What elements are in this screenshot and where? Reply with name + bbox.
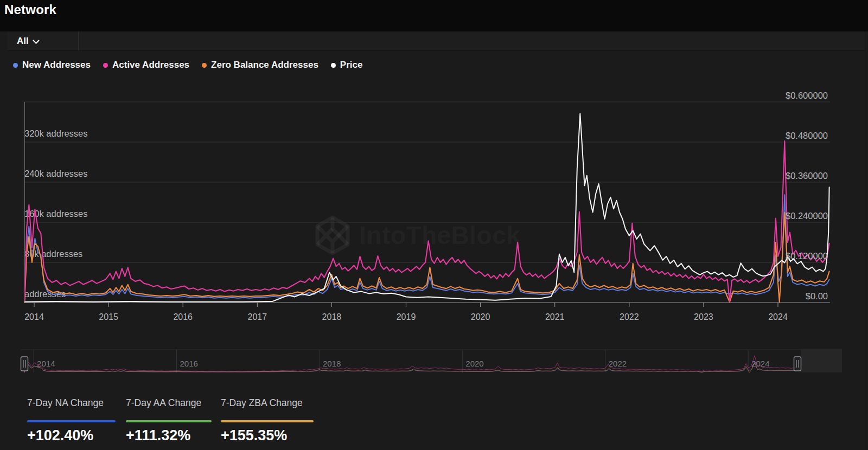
y-axis-right-tick-label: $0.00 xyxy=(806,291,828,301)
stat-card-zba-change: 7-Day ZBA Change +155.35% xyxy=(221,397,314,443)
legend-label: New Addresses xyxy=(22,60,91,70)
stat-accent-bar xyxy=(221,420,314,422)
series-dot-icon xyxy=(13,63,18,68)
y-axis-right-tick-label: $0.240000 xyxy=(786,211,828,221)
stat-card-na-change: 7-Day NA Change +102.40% xyxy=(27,397,116,443)
series-line-zero-balance-addresses xyxy=(24,213,829,303)
stat-value: +111.32% xyxy=(126,427,212,443)
y-axis-right-tick-label: $0.600000 xyxy=(786,91,828,101)
series-line-active-addresses xyxy=(24,141,829,301)
legend-label: Price xyxy=(340,60,363,70)
series-dot-icon xyxy=(103,63,108,68)
legend: New Addresses Active Addresses Zero Bala… xyxy=(13,56,362,74)
page-header: Network xyxy=(0,0,868,31)
stat-label: 7-Day NA Change xyxy=(27,397,116,409)
nav-right-handle[interactable] xyxy=(794,357,801,371)
legend-item-active-addresses[interactable]: Active Addresses xyxy=(103,60,189,70)
stat-label: 7-Day AA Change xyxy=(126,397,212,409)
range-selector-dropdown[interactable]: All xyxy=(7,31,79,50)
legend-label: Active Addresses xyxy=(112,60,189,70)
legend-item-new-addresses[interactable]: New Addresses xyxy=(13,60,91,70)
nav-left-handle[interactable] xyxy=(21,357,28,371)
network-dashboard: Network All New Addresses Active Address… xyxy=(0,0,868,450)
stat-accent-bar xyxy=(126,420,212,422)
page-title: Network xyxy=(0,0,868,18)
range-selector-label: All xyxy=(17,36,29,47)
series-dot-icon xyxy=(202,63,207,68)
series-dot-icon xyxy=(331,63,336,68)
stat-accent-bar xyxy=(27,420,116,422)
stat-label: 7-Day ZBA Change xyxy=(221,397,314,409)
legend-item-price[interactable]: Price xyxy=(331,60,363,70)
legend-item-zero-balance-addresses[interactable]: Zero Balance Addresses xyxy=(202,60,318,70)
stat-value: +102.40% xyxy=(27,427,116,443)
stat-value: +155.35% xyxy=(221,427,314,443)
y-axis-right-tick-label: $0.360000 xyxy=(786,171,828,181)
legend-label: Zero Balance Addresses xyxy=(211,60,318,70)
chevron-down-icon xyxy=(33,40,40,44)
y-axis-right-tick-label: $0.120000 xyxy=(786,251,828,261)
toolbar: All xyxy=(7,31,865,51)
stat-card-aa-change: 7-Day AA Change +111.32% xyxy=(126,397,212,443)
y-axis-right-tick-label: $0.480000 xyxy=(786,131,828,141)
right-edge-divider xyxy=(865,31,865,450)
